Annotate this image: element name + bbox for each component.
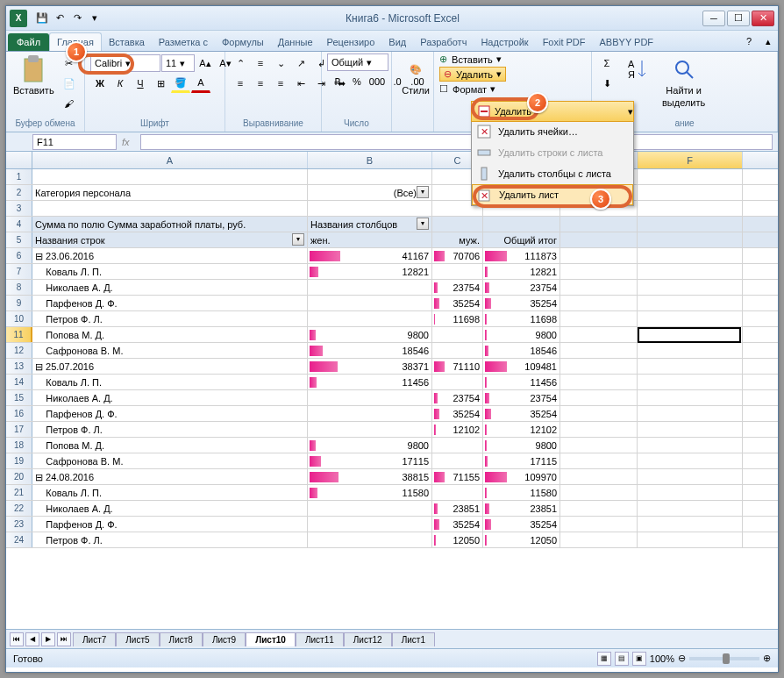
cell[interactable]: 41167 [308,248,432,263]
cell[interactable] [432,438,483,453]
cell[interactable] [560,422,638,437]
cell[interactable]: 12102 [432,422,483,437]
tab-file[interactable]: Файл [8,33,49,51]
percent-icon[interactable]: % [347,72,367,91]
cell[interactable] [432,343,483,358]
cell[interactable] [560,232,638,247]
align-top-icon[interactable]: ⌃ [231,54,250,73]
number-format-combo[interactable]: Общий▾ [327,54,388,71]
align-bot-icon[interactable]: ⌄ [271,54,290,73]
cell[interactable] [308,296,432,310]
cell[interactable] [560,517,638,532]
font-color-icon[interactable]: A [191,74,210,93]
cell[interactable]: 23851 [432,501,483,516]
indent-dec-icon[interactable]: ⇤ [291,74,310,93]
zoom-out-button[interactable]: ⊖ [678,653,686,664]
cell[interactable]: жен. [308,232,432,247]
tab-view[interactable]: Вид [381,33,413,51]
bold-icon[interactable]: Ж [90,74,110,93]
name-box[interactable]: F11 [32,134,117,150]
find-select-button[interactable]: Найти и выделить [660,54,707,110]
col-header-f[interactable]: F [638,152,743,168]
cell[interactable] [638,438,743,453]
cell[interactable] [560,280,638,295]
row-header[interactable]: 18 [6,438,32,453]
cell[interactable] [638,517,743,532]
cell[interactable] [432,453,483,468]
delete-menu-header[interactable]: Удалить▾ [471,101,634,122]
cell[interactable] [432,264,483,279]
row-header[interactable]: 13 [6,359,32,374]
cell[interactable] [560,438,638,453]
tab-foxit[interactable]: Foxit PDF [536,33,593,51]
cell[interactable] [638,501,743,516]
sheet-tab[interactable]: Лист10 [246,632,296,646]
tab-layout[interactable]: Разметка с [152,33,215,51]
cell[interactable]: Названия строк▾ [32,232,308,247]
col-header-b[interactable]: B [308,152,432,168]
cell[interactable] [638,406,743,421]
cell[interactable] [560,375,638,389]
redo-icon[interactable]: ↷ [69,11,85,26]
cell[interactable] [560,453,638,468]
cell[interactable]: 71155 [432,469,483,484]
sheet-tab[interactable]: Лист12 [344,632,392,646]
cell[interactable] [308,311,432,326]
cell[interactable] [308,169,432,184]
cell[interactable]: 12821 [483,264,560,279]
cell[interactable]: Николаев А. Д. [32,280,308,295]
tab-dev[interactable]: Разработч [413,33,474,51]
cell[interactable]: Общий итог [483,232,560,247]
cell[interactable] [432,217,483,232]
tab-insert[interactable]: Вставка [102,33,152,51]
row-header[interactable]: 6 [6,248,32,263]
fill-color-icon[interactable]: 🪣 [171,74,190,93]
cell[interactable] [32,169,308,184]
active-cell[interactable] [638,327,741,343]
row-header[interactable]: 9 [6,296,32,310]
cell[interactable] [638,532,743,547]
zoom-in-button[interactable]: ⊕ [763,653,771,664]
cell[interactable]: 35254 [483,517,560,532]
cell[interactable]: Николаев А. Д. [32,390,308,405]
row-header[interactable]: 5 [6,232,32,247]
cell[interactable]: 111873 [483,248,560,263]
cell[interactable]: Коваль Л. П. [32,485,308,500]
cell[interactable]: 12102 [483,422,560,437]
formula-bar[interactable] [140,134,773,150]
cell[interactable] [638,390,743,405]
cell[interactable]: (Все)▾ [308,185,432,200]
paste-button[interactable]: Вставить [11,54,56,97]
cell[interactable] [638,343,743,358]
cell[interactable] [308,390,432,405]
cell[interactable]: Петров Ф. Л. [32,532,308,547]
cell[interactable]: 11456 [483,375,560,389]
cells-insert-button[interactable]: ⊕ Вставить ▾ [439,54,502,65]
cell[interactable]: Сафронова В. М. [32,453,308,468]
tab-data[interactable]: Данные [271,33,320,51]
row-header[interactable]: 22 [6,501,32,516]
cell[interactable]: Попова М. Д. [32,327,308,342]
cell[interactable]: Петров Ф. Л. [32,311,308,326]
cell[interactable]: 23754 [432,280,483,295]
cell[interactable] [483,217,560,232]
cell[interactable] [638,422,743,437]
cell[interactable] [560,359,638,374]
cell[interactable] [638,296,743,310]
cell[interactable] [560,390,638,405]
align-left-icon[interactable]: ≡ [231,74,250,93]
align-right-icon[interactable]: ≡ [271,74,290,93]
align-mid-icon[interactable]: ≡ [251,54,270,73]
italic-icon[interactable]: К [110,74,130,93]
cell[interactable] [560,501,638,516]
save-icon[interactable]: 💾 [34,11,50,26]
cell[interactable] [638,169,743,184]
row-header[interactable]: 16 [6,406,32,421]
cell[interactable]: 23754 [483,280,560,295]
row-header[interactable]: 12 [6,343,32,358]
cell[interactable] [560,217,638,232]
fx-icon[interactable]: fx [122,137,130,147]
underline-icon[interactable]: Ч [131,74,150,93]
tab-addins[interactable]: Надстройк [474,33,535,51]
cell[interactable]: 11698 [483,311,560,326]
